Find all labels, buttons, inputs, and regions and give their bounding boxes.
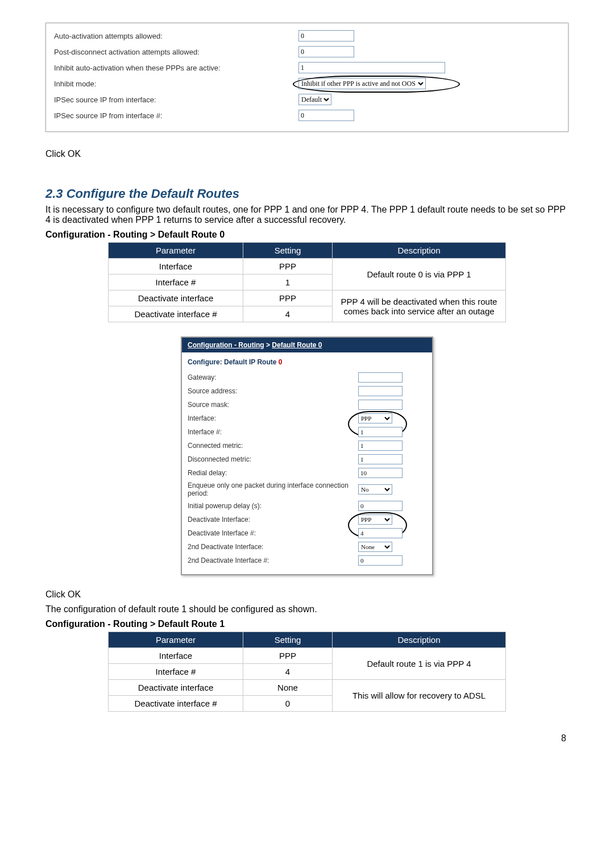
section-heading: 2.3 Configure the Default Routes	[45, 186, 569, 201]
click-ok-1: Click OK	[45, 149, 569, 159]
field-label: Connected metric:	[188, 442, 358, 450]
text-input[interactable]	[358, 386, 403, 396]
field-label: Redial delay:	[188, 469, 358, 477]
section-intro: It is necessary to configure two default…	[45, 205, 569, 225]
param-cell: Deactivate interface	[109, 290, 243, 306]
param-table-0: ParameterSettingDescriptionInterfacePPPD…	[108, 242, 506, 322]
config-path-0: Configuration - Routing > Default Route …	[45, 230, 569, 240]
form-row: Enqueue only one packet during interface…	[188, 480, 426, 499]
form-row: Initial powerup delay (s):	[188, 499, 426, 513]
panel-row: IPSec source IP from interface:Default	[54, 92, 560, 107]
field-label: Disconnected metric:	[188, 455, 358, 463]
form-row: Source address:	[188, 384, 426, 398]
param-cell: Interface	[109, 259, 243, 275]
form-row: 2nd Deactivate Interface:None	[188, 540, 426, 554]
form-row: Redial delay:	[188, 466, 426, 480]
subtitle-text: Configure: Default IP Route	[188, 358, 279, 366]
field-label: 2nd Deactivate Interface:	[188, 543, 358, 551]
text-input[interactable]	[358, 441, 403, 451]
text-input[interactable]	[358, 501, 403, 511]
field-label: Deactivate Interface:	[188, 516, 358, 524]
text-input[interactable]	[358, 528, 403, 538]
dropdown[interactable]: PPP	[358, 514, 392, 525]
description-cell: Default route 1 is via PPP 4	[333, 648, 506, 680]
table-header: Setting	[243, 243, 333, 259]
param-table-1: ParameterSettingDescriptionInterfacePPPD…	[108, 632, 506, 712]
text-input[interactable]	[358, 400, 403, 410]
table-row: InterfacePPPDefault route 1 is via PPP 4	[109, 648, 506, 664]
param-cell: Deactivate interface #	[109, 306, 243, 322]
form-row: Gateway:	[188, 371, 426, 384]
field-label: Source address:	[188, 387, 358, 395]
text-input[interactable]	[358, 454, 403, 464]
table-header: Description	[333, 243, 506, 259]
param-cell: Interface #	[109, 664, 243, 680]
breadcrumb-link-a[interactable]: Configuration - Routing	[188, 341, 264, 349]
setting-cell: PPP	[243, 259, 333, 275]
outro-text: The configuration of default route 1 sho…	[45, 604, 569, 614]
text-input[interactable]	[298, 46, 354, 57]
param-cell: Deactivate interface #	[109, 696, 243, 712]
setting-cell: 0	[243, 696, 333, 712]
text-input[interactable]	[298, 62, 445, 73]
click-ok-2: Click OK	[45, 589, 569, 600]
table-header: Setting	[243, 632, 333, 648]
field-label: IPSec source IP from interface #:	[54, 111, 298, 120]
dropdown[interactable]: Default	[298, 94, 331, 105]
breadcrumb: Configuration - Routing > Default Route …	[182, 338, 432, 352]
form-row: Source mask:	[188, 398, 426, 412]
description-cell: PPP 4 will be deactivated when this rout…	[333, 290, 506, 322]
field-label: Inhibit auto-activation when these PPPs …	[54, 64, 298, 72]
page-number: 8	[45, 733, 569, 744]
config-subtitle: Configure: Default IP Route 0	[182, 352, 432, 367]
field-label: IPSec source IP from interface:	[54, 95, 298, 104]
text-input[interactable]	[298, 110, 354, 121]
config-path-1: Configuration - Routing > Default Route …	[45, 619, 569, 629]
form-row: Disconnected metric:	[188, 452, 426, 466]
table-header: Parameter	[109, 632, 243, 648]
text-input[interactable]	[358, 372, 403, 383]
panel-row: Inhibit auto-activation when these PPPs …	[54, 60, 560, 76]
form-row: Interface:PPP	[188, 412, 426, 425]
field-label: Enqueue only one packet during interface…	[188, 481, 358, 497]
field-label: Post-disconnect activation attempts allo…	[54, 48, 298, 56]
breadcrumb-link-b[interactable]: Default Route 0	[272, 341, 322, 349]
table-row: Deactivate interfacePPPPPP 4 will be dea…	[109, 290, 506, 306]
text-input[interactable]	[358, 555, 403, 566]
param-cell: Interface	[109, 648, 243, 664]
dropdown[interactable]: Inhibit if other PPP is active and not O…	[298, 78, 426, 89]
setting-cell: 1	[243, 275, 333, 290]
description-cell: Default route 0 is via PPP 1	[333, 259, 506, 290]
setting-cell: PPP	[243, 290, 333, 306]
field-label: Deactivate Interface #:	[188, 529, 358, 537]
field-label: Initial powerup delay (s):	[188, 502, 358, 510]
setting-cell: PPP	[243, 648, 333, 664]
panel-row: Auto-activation attempts allowed:	[54, 28, 560, 44]
text-input[interactable]	[358, 468, 403, 478]
text-input[interactable]	[298, 30, 354, 41]
subtitle-index: 0	[279, 358, 283, 366]
table-header: Description	[333, 632, 506, 648]
config-screenshot: Configuration - Routing > Default Route …	[181, 337, 433, 575]
text-input[interactable]	[358, 427, 403, 437]
table-row: Deactivate interfaceNoneThis will allow …	[109, 680, 506, 696]
dropdown[interactable]: None	[358, 542, 392, 552]
field-label: Interface #:	[188, 428, 358, 436]
breadcrumb-sep: >	[264, 341, 272, 349]
panel-row: Post-disconnect activation attempts allo…	[54, 44, 560, 60]
field-label: Interface:	[188, 414, 358, 422]
table-row: InterfacePPPDefault route 0 is via PPP 1	[109, 259, 506, 275]
field-label: Source mask:	[188, 401, 358, 409]
setting-cell: 4	[243, 664, 333, 680]
table-header: Parameter	[109, 243, 243, 259]
setting-cell: None	[243, 680, 333, 696]
dropdown[interactable]: No	[358, 484, 392, 495]
dropdown[interactable]: PPP	[358, 413, 392, 423]
field-label: Inhibit mode:	[54, 80, 298, 88]
field-label: Gateway:	[188, 373, 358, 381]
form-row: Connected metric:	[188, 439, 426, 452]
panel-row: Inhibit mode:Inhibit if other PPP is act…	[54, 76, 560, 92]
setting-cell: 4	[243, 306, 333, 322]
param-cell: Deactivate interface	[109, 680, 243, 696]
description-cell: This will allow for recovery to ADSL	[333, 680, 506, 712]
